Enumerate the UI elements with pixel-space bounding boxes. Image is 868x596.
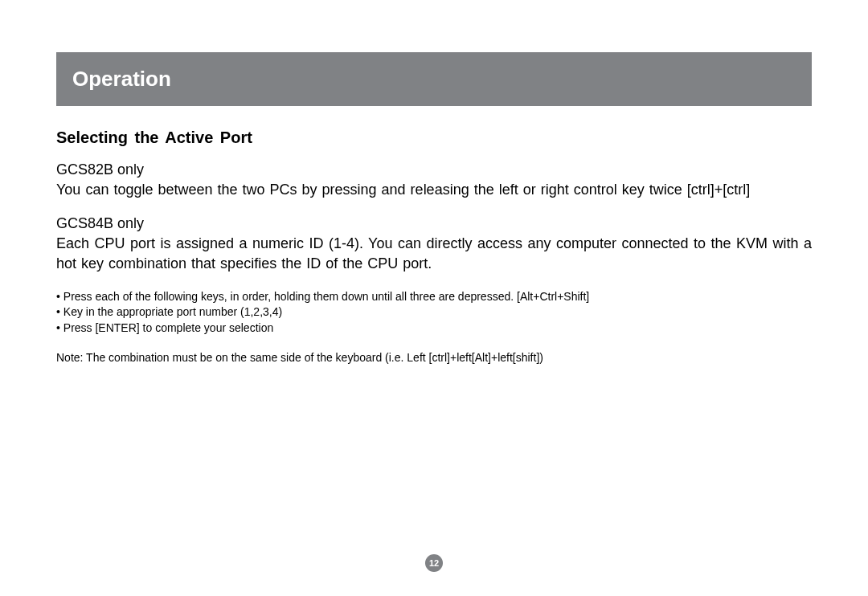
model2-text: Each CPU port is assigned a numeric ID (…: [56, 234, 812, 273]
bullet-item-3: • Press [ENTER] to complete your selecti…: [56, 320, 812, 337]
model1-label: GCS82B only: [56, 161, 812, 178]
page-number: 12: [425, 554, 443, 572]
header-banner: Operation: [56, 52, 812, 106]
model1-text: You can toggle between the two PCs by pr…: [56, 180, 812, 199]
page-container: Operation Selecting the Active Port GCS8…: [0, 0, 868, 596]
section-heading: Selecting the Active Port: [56, 129, 812, 147]
note-text: Note: The combination must be on the sam…: [56, 351, 812, 364]
header-title: Operation: [72, 67, 796, 92]
bullet-item-2: • Key in the appropriate port number (1,…: [56, 304, 812, 320]
model2-label: GCS84B only: [56, 215, 812, 232]
bullet-list: • Press each of the following keys, in o…: [56, 289, 812, 337]
bullet-item-1: • Press each of the following keys, in o…: [56, 289, 812, 305]
page-number-wrap: 12: [0, 554, 868, 572]
